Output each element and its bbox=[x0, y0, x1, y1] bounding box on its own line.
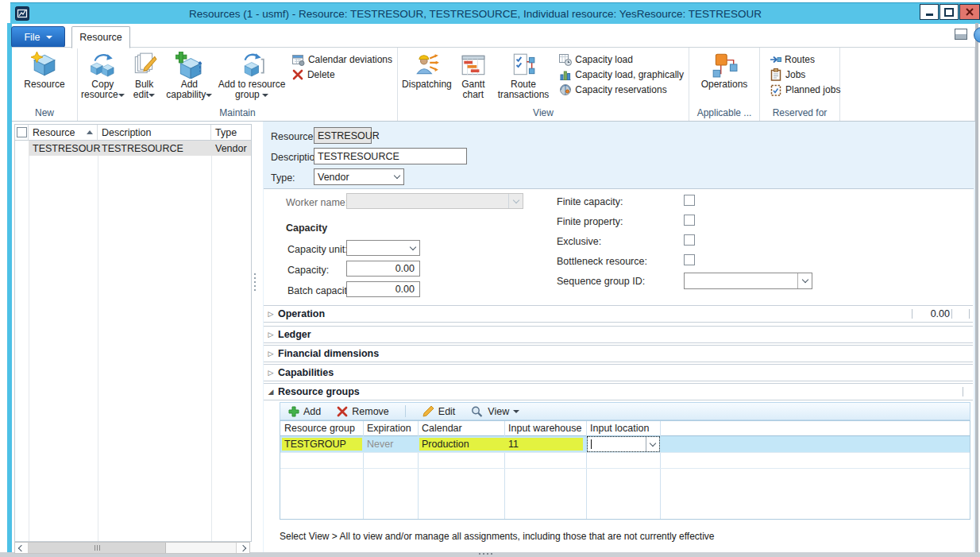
column-header-expiration[interactable]: Expiration bbox=[363, 421, 418, 436]
toolbar-separator bbox=[405, 405, 406, 417]
calendar-cell: Production bbox=[422, 439, 469, 450]
resize-grip[interactable] bbox=[479, 553, 492, 555]
tab-resource[interactable]: Resource bbox=[71, 26, 130, 48]
finite-property-label: Finite property: bbox=[557, 216, 623, 227]
column-header-resource-group[interactable]: Resource group bbox=[280, 421, 363, 436]
resource-row[interactable]: TESTRESOUR TESTRESOURCE Vendor bbox=[29, 141, 251, 156]
column-header-input-warehouse[interactable]: Input warehouse bbox=[504, 421, 586, 436]
capacity-load-icon bbox=[559, 53, 572, 66]
layout-icon bbox=[955, 29, 968, 41]
capacity-unit-chevron-icon bbox=[409, 243, 415, 249]
collapsed-icon: ▷ bbox=[264, 350, 278, 358]
column-header-resource[interactable]: Resource bbox=[29, 125, 98, 141]
maximize-button[interactable] bbox=[939, 4, 959, 20]
capacity-unit-select[interactable] bbox=[346, 240, 420, 256]
capacity-load-graphically-button[interactable]: Capacity load, graphically bbox=[559, 68, 684, 81]
collapsed-icon: ▷ bbox=[264, 369, 278, 377]
batch-capacity-label: Batch capacity: bbox=[287, 285, 355, 296]
scroll-right-button[interactable] bbox=[236, 543, 249, 553]
input-warehouse-cell: 11 bbox=[508, 439, 519, 450]
column-header-calendar[interactable]: Calendar bbox=[418, 421, 504, 436]
capacity-input[interactable]: 0.00 bbox=[346, 261, 420, 277]
section-resource-groups[interactable]: ◢ Resource groups bbox=[264, 383, 973, 400]
column-header-filler bbox=[660, 421, 970, 436]
section-financial-dimensions[interactable]: ▷ Financial dimensions bbox=[264, 345, 973, 362]
dispatching-button[interactable]: Dispatching bbox=[399, 48, 454, 91]
planned-jobs-icon bbox=[770, 83, 782, 96]
group-label-maintain: Maintain bbox=[78, 107, 397, 121]
finite-property-checkbox[interactable] bbox=[684, 215, 695, 226]
section-ledger[interactable]: ▷ Ledger bbox=[264, 326, 973, 343]
title-bar: Resources (1 - usmf) - Resource: TESTRES… bbox=[10, 2, 980, 24]
ribbon-group-new: Resource New bbox=[12, 48, 78, 121]
description-field[interactable]: TESTRESOURCE bbox=[314, 148, 467, 164]
routes-button[interactable]: Routes bbox=[770, 52, 840, 66]
app-icon bbox=[15, 6, 29, 21]
section-operation[interactable]: ▷ Operation 0.00 bbox=[264, 305, 973, 323]
add-button[interactable]: Add bbox=[288, 406, 321, 417]
bottleneck-resource-checkbox[interactable] bbox=[684, 254, 695, 265]
routes-icon bbox=[770, 54, 781, 65]
worker-name-chevron-icon bbox=[512, 196, 519, 203]
close-icon bbox=[966, 8, 974, 16]
exclusive-checkbox[interactable] bbox=[684, 234, 695, 246]
remove-icon bbox=[337, 406, 348, 417]
delete-button[interactable]: Delete bbox=[292, 68, 392, 81]
minimize-button[interactable] bbox=[920, 4, 939, 20]
jobs-button[interactable]: Jobs bbox=[770, 68, 840, 81]
ribbon-group-applicable: Operations Applicable ... bbox=[689, 48, 760, 121]
add-to-resource-group-label: Add to resource group bbox=[218, 79, 286, 100]
gantt-chart-button[interactable]: Gantt chart bbox=[454, 48, 492, 102]
sequence-group-select[interactable] bbox=[684, 273, 812, 289]
add-to-resource-group-button[interactable]: Add to resource group bbox=[216, 48, 287, 102]
type-select[interactable]: Vendor bbox=[314, 168, 404, 185]
route-transactions-button[interactable]: Route transactions bbox=[492, 48, 554, 102]
remove-button[interactable]: Remove bbox=[337, 406, 389, 417]
select-all-cell[interactable] bbox=[15, 125, 29, 141]
column-header-input-location[interactable]: Input location bbox=[586, 421, 660, 436]
calendar-deviations-label: Calendar deviations bbox=[308, 54, 392, 65]
copy-resource-button[interactable]: Copy resource bbox=[79, 48, 126, 102]
column-header-type[interactable]: Type bbox=[211, 125, 251, 141]
resource-list-grid: Resource Description Type TESTRESOUR TES… bbox=[14, 124, 252, 542]
edit-button[interactable]: Edit bbox=[422, 405, 456, 417]
delete-icon bbox=[292, 68, 304, 80]
group-label-applicable: Applicable ... bbox=[689, 107, 759, 121]
select-all-checkbox[interactable] bbox=[17, 127, 27, 137]
finite-capacity-label: Finite capacity: bbox=[557, 196, 623, 207]
scrollbar-thumb[interactable] bbox=[29, 543, 166, 553]
capacity-load-button[interactable]: Capacity load bbox=[559, 52, 684, 66]
section-capabilities[interactable]: ▷ Capabilities bbox=[264, 364, 973, 381]
calendar-deviations-button[interactable]: Calendar deviations bbox=[292, 52, 392, 66]
pane-splitter[interactable] bbox=[254, 273, 256, 291]
operations-button[interactable]: Operations bbox=[693, 48, 756, 91]
ribbon-group-reserved-for: Routes Jobs Planned jobs bbox=[760, 48, 840, 121]
view-menu-button[interactable]: View bbox=[471, 405, 519, 418]
scroll-right-icon bbox=[240, 544, 246, 551]
operations-icon bbox=[711, 52, 738, 79]
collapsed-icon: ▷ bbox=[264, 310, 278, 318]
batch-capacity-input[interactable]: 0.00 bbox=[346, 281, 420, 297]
input-location-select[interactable] bbox=[588, 437, 659, 451]
file-dropdown-icon bbox=[46, 36, 52, 39]
window-right-frame bbox=[975, 23, 978, 552]
capacity-reservations-button[interactable]: Capacity reservations bbox=[559, 83, 684, 96]
bulk-edit-button[interactable]: Bulk edit bbox=[126, 48, 163, 102]
scroll-left-button[interactable] bbox=[15, 543, 29, 553]
column-header-description[interactable]: Description bbox=[98, 125, 211, 141]
planned-jobs-button[interactable]: Planned jobs bbox=[770, 83, 840, 96]
minimize-icon bbox=[926, 14, 933, 16]
file-menu-button[interactable]: File bbox=[11, 26, 65, 48]
add-capability-dropdown-icon bbox=[206, 94, 212, 97]
horizontal-scrollbar[interactable] bbox=[14, 542, 250, 554]
detail-form: Worker name: Capacity Capacity unit: Cap… bbox=[264, 188, 974, 552]
resource-new-button[interactable]: Resource bbox=[16, 48, 73, 91]
resource-group-row[interactable]: TESTGROUP Never Production 11 bbox=[280, 436, 970, 452]
capacity-load-graphically-icon bbox=[559, 68, 572, 81]
layout-button[interactable] bbox=[955, 29, 968, 41]
finite-capacity-checkbox[interactable] bbox=[684, 195, 695, 206]
close-button[interactable] bbox=[959, 4, 980, 20]
jobs-label: Jobs bbox=[785, 69, 805, 80]
add-capability-button[interactable]: Add capability bbox=[162, 48, 216, 102]
resource-field[interactable]: ESTRESOUR bbox=[314, 127, 372, 144]
